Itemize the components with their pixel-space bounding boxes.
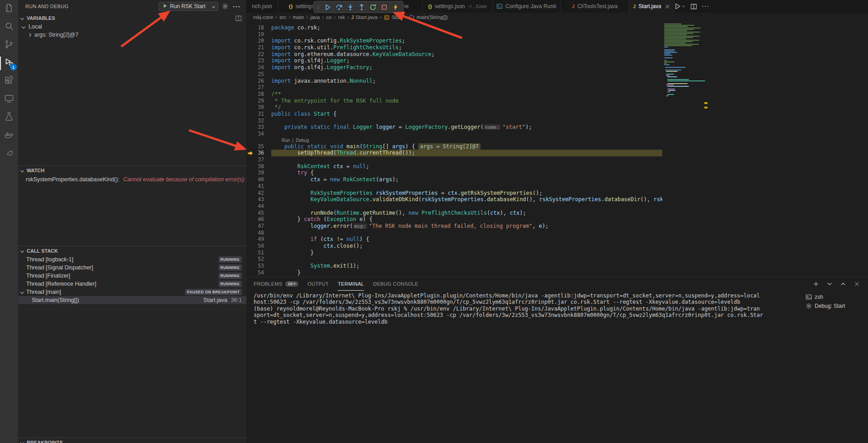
minimap[interactable]	[662, 22, 703, 277]
continue-icon[interactable]	[322, 1, 333, 13]
breadcrumb-item[interactable]: co	[326, 14, 331, 20]
debug-config-dropdown[interactable]: Run RSK Start	[159, 2, 218, 11]
editor-tab-configure-java-runtime[interactable]: Configure Java Runtime	[493, 0, 561, 13]
line-number[interactable]: 49	[246, 236, 271, 243]
restart-icon[interactable]	[367, 1, 378, 13]
line-number[interactable]: 19	[246, 31, 271, 38]
launch-profile-chevron-icon[interactable]	[826, 280, 834, 288]
code-line-35[interactable]: 35 public static void main(String[] args…	[246, 143, 662, 150]
panel-tab-terminal[interactable]: TERMINAL	[338, 277, 364, 291]
watch-section-header[interactable]: WATCH	[18, 166, 246, 175]
callstack-thread[interactable]: Thread [Reference Handler]RUNNING	[18, 280, 246, 288]
views-layout-icon[interactable]	[235, 15, 242, 23]
variables-section-header[interactable]: VARIABLES	[18, 14, 246, 23]
breadcrumb-item[interactable]: rskj-core	[253, 14, 273, 20]
activity-item-run-and-debug[interactable]: 1	[0, 54, 18, 72]
line-number[interactable]: 18	[246, 24, 271, 31]
code-line-45[interactable]: 45 runNode(Runtime.getRuntime(), new Pre…	[246, 210, 662, 217]
more-actions-icon[interactable]: ···	[232, 3, 242, 10]
code-line-54[interactable]: 54 }	[246, 269, 662, 276]
breadcrumb-item[interactable]: JStart.java	[351, 14, 377, 20]
line-number[interactable]: 26	[246, 78, 271, 85]
code-line-39[interactable]: 39 try {	[246, 170, 662, 176]
line-number[interactable]: 20	[246, 38, 271, 44]
line-number[interactable]: 22	[246, 51, 271, 58]
split-editor-icon[interactable]	[689, 1, 699, 12]
code-line-31[interactable]: 31public class Start {	[246, 111, 662, 118]
callstack-thread[interactable]: Thread [Finalizer]RUNNING	[18, 272, 246, 280]
start-debugging-icon[interactable]	[162, 3, 168, 10]
terminal-list-item-debug-start[interactable]: Debug: Start	[802, 302, 866, 311]
activity-item-remote-explorer[interactable]	[0, 90, 18, 108]
line-number[interactable]: 35	[246, 143, 271, 150]
line-number[interactable]: 46	[246, 216, 271, 223]
line-number[interactable]: 45	[246, 210, 271, 217]
code-line-24[interactable]: 24import org.slf4j.LoggerFactory;	[246, 64, 662, 71]
run-java-button[interactable]	[672, 1, 688, 12]
line-number[interactable]: 50	[246, 243, 271, 250]
line-number[interactable]: 54	[246, 269, 271, 276]
line-number[interactable]: 42	[246, 190, 271, 197]
line-number[interactable]: 23	[246, 57, 271, 64]
code-line-30[interactable]: 30 */	[246, 104, 662, 111]
variables-scope-local[interactable]: Local	[18, 23, 246, 31]
line-number[interactable]: 27	[246, 84, 271, 91]
activity-item-search[interactable]	[0, 18, 18, 36]
line-number[interactable]: 51	[246, 250, 271, 256]
callstack-thread[interactable]: Thread [logback-1]RUNNING	[18, 255, 246, 264]
breadcrumb-item[interactable]: src	[279, 14, 286, 20]
code-line-32[interactable]: 32	[246, 118, 662, 124]
line-number[interactable]: 31	[246, 111, 271, 118]
activity-item-gradle[interactable]	[0, 145, 18, 163]
panel-tab-problems[interactable]: PROBLEMS1K+	[254, 277, 298, 291]
step-out-icon[interactable]	[356, 1, 367, 13]
code-line-51[interactable]: 51 }	[246, 250, 662, 256]
step-into-icon[interactable]	[344, 1, 356, 13]
code-line-26[interactable]: 26import javax.annotation.Nonnull;	[246, 78, 662, 85]
debug-settings-gear-icon[interactable]	[220, 3, 230, 9]
editor-tab-settings-json[interactable]: {}settings.json~/.../User	[423, 0, 493, 13]
line-number[interactable]: 40	[246, 176, 271, 183]
line-number[interactable]: 37	[246, 156, 271, 163]
maximize-panel-icon[interactable]	[839, 280, 847, 288]
code-line-34[interactable]: 34	[246, 131, 662, 137]
line-number[interactable]: 25	[246, 71, 271, 78]
activity-item-docker[interactable]	[0, 127, 18, 145]
code-line-50[interactable]: 50 ctx.close();	[246, 243, 662, 250]
line-number[interactable]: 43	[246, 196, 271, 203]
code-line-36[interactable]: 36 setUpThread(Thread.currentThread());	[246, 150, 662, 156]
code-line-41[interactable]: 41	[246, 183, 662, 190]
code-editor[interactable]: 18package co.rsk;1920import co.rsk.confi…	[246, 22, 662, 277]
line-number[interactable]: 21	[246, 44, 271, 51]
breadcrumb-item[interactable]: java	[310, 14, 320, 20]
code-line-52[interactable]: 52	[246, 256, 662, 263]
code-line-47[interactable]: 47 logger.error(msg:"The RSK node main t…	[246, 223, 662, 230]
code-line-19[interactable]: 19	[246, 31, 662, 38]
line-number[interactable]: 24	[246, 64, 271, 71]
code-line-22[interactable]: 22import org.ethereum.datasource.KeyValu…	[246, 51, 662, 58]
close-tab-icon[interactable]	[665, 4, 670, 9]
line-number[interactable]: 48	[246, 230, 271, 236]
codelens-run[interactable]: Run	[282, 137, 290, 143]
code-line-38[interactable]: 38 RskContext ctx = null;	[246, 163, 662, 170]
line-number[interactable]: 34	[246, 131, 271, 137]
code-line-27[interactable]: 27	[246, 84, 662, 91]
editor-tab-clitoolstest-java[interactable]: JCliToolsTest.java	[561, 0, 629, 13]
terminal-list-item-zsh[interactable]: zsh	[802, 292, 866, 302]
activity-item-testing[interactable]	[0, 108, 18, 127]
call-stack-section-header[interactable]: CALL STACK	[18, 246, 246, 255]
hot-code-replace-icon[interactable]	[390, 1, 401, 13]
code-line-43[interactable]: 43 KeyValueDataSource.validateDbKind(rsk…	[246, 196, 662, 203]
code-line-46[interactable]: 46 } catch (Exception e) {	[246, 216, 662, 223]
terminal-output[interactable]: /usr/bin/env /Library/Internet\ Plug-Ins…	[254, 292, 800, 325]
code-line-42[interactable]: 42 RskSystemProperties rskSystemProperti…	[246, 190, 662, 197]
callstack-thread[interactable]: Thread [Signal Dispatcher]RUNNING	[18, 264, 246, 272]
more-actions-icon[interactable]: ···	[700, 1, 711, 12]
callstack-frame-selected[interactable]: Start.main(String[])Start.java36:1	[18, 296, 246, 304]
code-line-44[interactable]: 44	[246, 203, 662, 210]
line-number[interactable]: 41	[246, 183, 271, 190]
breakpoints-section-header[interactable]: BREAKPOINTS	[18, 438, 246, 443]
new-terminal-icon[interactable]	[812, 280, 820, 288]
editor-tab-nch-json[interactable]: nch.json	[246, 0, 278, 13]
line-number[interactable]: 28	[246, 91, 271, 98]
